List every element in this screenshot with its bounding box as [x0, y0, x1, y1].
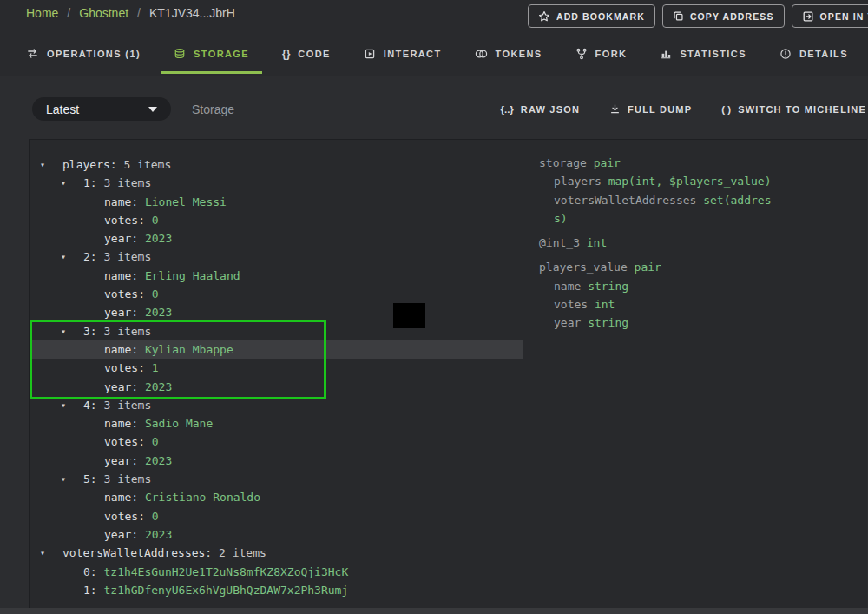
- collapse-arrow-icon[interactable]: ▾: [61, 470, 66, 488]
- tree-row: ▾2: 3 items: [30, 248, 523, 266]
- tree-value: 3 items: [103, 250, 151, 263]
- tree-row: name: Erling Haaland: [30, 267, 523, 285]
- tree-row: name: Sadio Mane: [30, 414, 523, 432]
- tree-row: name: Lionel Messi: [30, 193, 523, 211]
- tree-key: votes:: [104, 214, 145, 227]
- tab-storage[interactable]: STORAGE: [161, 36, 262, 74]
- tree-value: Sadio Mane: [145, 417, 213, 430]
- tree-row: 1: tz1hGDfenyU6Ex6hVgUBhQzDAW7x2Ph3Rumj: [30, 581, 523, 599]
- tree-row: ▾4: 3 items: [30, 396, 523, 414]
- tree-value: 2023: [145, 528, 172, 541]
- type-row: players_value pair: [539, 258, 867, 276]
- type-row: storage pair: [539, 154, 867, 172]
- tree-key: year:: [104, 528, 138, 541]
- storage-toolbar: Latest Storage {..}RAW JSONFULL DUMP( )S…: [0, 76, 868, 139]
- tree-key: name:: [104, 417, 138, 430]
- bottom-strip: [0, 608, 868, 614]
- tree-key: name:: [104, 343, 138, 356]
- tree-row: year: 2023: [30, 229, 523, 248]
- type-block: storage pairplayers map(int, $players_va…: [539, 154, 867, 228]
- tab-label: DETAILS: [799, 49, 848, 59]
- tree-value: 2023: [145, 232, 172, 245]
- page-header: Home/Ghostnet/KT1JV34...JbrH ADD BOOKMAR…: [0, 0, 868, 76]
- open-in-tzkt-button[interactable]: OPEN IN TZKT: [792, 4, 868, 28]
- tree-value: 3 items: [103, 399, 151, 412]
- address-link[interactable]: tz1hGDfenyU6Ex6hVgUBhQzDAW7x2Ph3Rumj: [103, 584, 348, 597]
- star-icon: [538, 10, 550, 23]
- tab-label: INTERACT: [384, 49, 442, 59]
- braces-icon: {}: [282, 48, 290, 60]
- type-row: name string: [539, 277, 867, 295]
- toolbar-actions: {..}RAW JSONFULL DUMP( )SWITCH TO MICHEL…: [500, 97, 866, 121]
- add-bookmark-button[interactable]: ADD BOOKMARK: [528, 4, 655, 28]
- tree-row: votes: 0: [30, 285, 523, 303]
- type-value: int: [595, 298, 615, 311]
- tree-key: 2:: [83, 250, 97, 263]
- open-external-icon: [802, 10, 814, 23]
- type-value: int: [587, 236, 607, 249]
- tab-statistics[interactable]: STATISTICS: [647, 36, 760, 74]
- type-value: string: [588, 280, 628, 293]
- tab-details[interactable]: DETAILS: [766, 36, 861, 74]
- link-label: RAW JSON: [521, 104, 580, 115]
- collapse-arrow-icon[interactable]: ▾: [61, 248, 66, 266]
- collapse-arrow-icon[interactable]: ▾: [40, 544, 45, 562]
- type-value: set(addres: [703, 194, 771, 207]
- copy-icon: [673, 10, 684, 22]
- tree-key: year:: [104, 454, 138, 467]
- type-key: votersWalletAddresses: [554, 194, 696, 207]
- button-label: OPEN IN TZKT: [820, 11, 868, 22]
- tree-value: 2023: [145, 380, 172, 393]
- tree-key: 1:: [83, 584, 97, 597]
- version-selector-value: Latest: [46, 102, 148, 116]
- download-icon: [609, 103, 621, 115]
- tree-key: 5:: [83, 472, 97, 485]
- swap-icon: [26, 48, 39, 59]
- tab-label: FORK: [595, 49, 628, 59]
- cursor-artifact: [393, 303, 425, 328]
- type-key: players_value: [539, 261, 628, 274]
- type-row: @int_3 int: [539, 234, 867, 252]
- tree-value: 2023: [145, 454, 172, 467]
- chevron-down-icon: [148, 107, 157, 112]
- tab-operations-1[interactable]: OPERATIONS (1): [13, 36, 154, 74]
- tree-row: ▾players: 5 items: [30, 155, 523, 174]
- tree-row: ▾3: 3 items: [30, 322, 523, 340]
- address-link[interactable]: tz1h4EsGunH2Ue1T2uNs8mfKZ8XZoQji3HcK: [103, 565, 348, 578]
- tree-row: ▾votersWalletAddresses: 2 items: [30, 544, 523, 562]
- full-dump-link[interactable]: FULL DUMP: [609, 103, 692, 115]
- collapse-arrow-icon[interactable]: ▾: [40, 155, 45, 174]
- parens-icon: ( ): [721, 104, 731, 115]
- tree-row: ▾1: 3 items: [30, 174, 523, 192]
- tab-tokens[interactable]: TOKENS: [462, 36, 556, 74]
- version-selector[interactable]: Latest: [32, 97, 171, 121]
- collapse-arrow-icon[interactable]: ▾: [61, 174, 66, 192]
- tree-value: 3 items: [103, 325, 151, 338]
- tree-value: Cristiano Ronaldo: [145, 491, 260, 504]
- tree-row: ▾5: 3 items: [30, 470, 523, 488]
- breadcrumb-link-home[interactable]: Home: [26, 6, 58, 20]
- tree-key: 3:: [83, 325, 97, 338]
- breadcrumb-link-ghostnet[interactable]: Ghostnet: [79, 6, 128, 20]
- tree-value: 3 items: [103, 472, 151, 485]
- tree-value: 5 items: [123, 158, 171, 171]
- collapse-arrow-icon[interactable]: ▾: [61, 396, 66, 414]
- coins-icon: [475, 48, 488, 60]
- raw-json-link[interactable]: {..}RAW JSON: [500, 104, 580, 115]
- tree-row: votes: 0: [30, 432, 523, 451]
- tree-value: 0: [152, 214, 159, 227]
- fork-icon: [575, 48, 588, 60]
- tree-key: votes:: [104, 435, 145, 448]
- collapse-arrow-icon[interactable]: ▾: [61, 322, 66, 340]
- copy-address-button[interactable]: COPY ADDRESS: [662, 4, 785, 28]
- tab-fork[interactable]: FORK: [562, 36, 641, 74]
- tab-code[interactable]: {}CODE: [269, 36, 344, 74]
- tree-row: votes: 1: [30, 359, 523, 377]
- link-label: SWITCH TO MICHELINE: [738, 104, 866, 115]
- tree-key: votes:: [104, 287, 145, 300]
- tab-interact[interactable]: INTERACT: [351, 36, 455, 74]
- tree-row: votes: 0: [30, 507, 523, 525]
- tree-value: 2 items: [219, 546, 266, 559]
- switch-to-micheline-link[interactable]: ( )SWITCH TO MICHELINE: [721, 104, 866, 115]
- tree-key: votersWalletAddresses:: [62, 546, 212, 559]
